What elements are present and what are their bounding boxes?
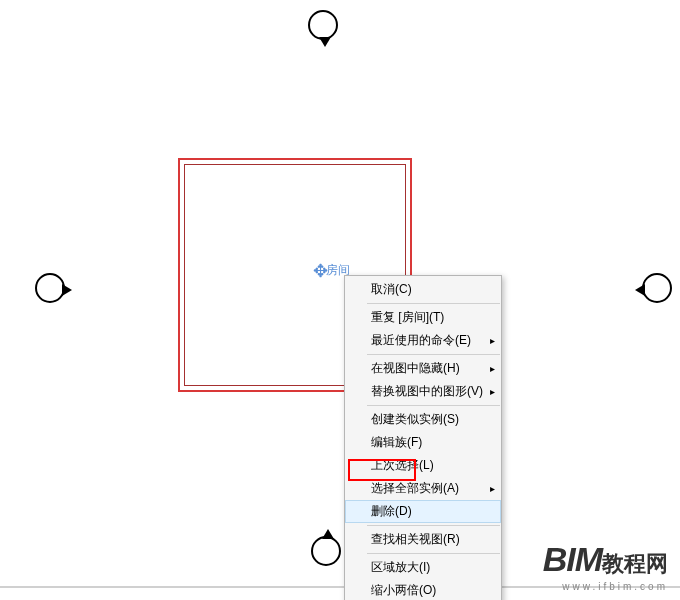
menu-label: 创建类似实例(S): [371, 411, 459, 428]
logo-url: www.ifbim.com: [543, 581, 668, 592]
menu-separator: [367, 303, 500, 304]
menu-separator: [367, 405, 500, 406]
submenu-arrow-icon: ▸: [490, 363, 495, 374]
context-menu: 取消(C) 重复 [房间](T) 最近使用的命令(E)▸ 在视图中隐藏(H)▸ …: [344, 275, 502, 600]
elevation-marker-west[interactable]: [35, 273, 65, 303]
menu-item-lastsel[interactable]: 上次选择(L): [345, 454, 501, 477]
menu-label: 删除(D): [371, 503, 412, 520]
menu-item-zoomout[interactable]: 缩小两倍(O): [345, 579, 501, 600]
watermark-logo: BIM教程网 www.ifbim.com: [543, 540, 668, 592]
menu-item-zoomin[interactable]: 区域放大(I): [345, 556, 501, 579]
elevation-marker-north[interactable]: [308, 10, 338, 40]
menu-item-hide[interactable]: 在视图中隐藏(H)▸: [345, 357, 501, 380]
menu-item-repeat[interactable]: 重复 [房间](T): [345, 306, 501, 329]
menu-item-cancel[interactable]: 取消(C): [345, 278, 501, 301]
menu-label: 编辑族(F): [371, 434, 422, 451]
logo-brand: BIM: [543, 540, 602, 578]
menu-label: 取消(C): [371, 281, 412, 298]
menu-item-editfam[interactable]: 编辑族(F): [345, 431, 501, 454]
menu-item-recent[interactable]: 最近使用的命令(E)▸: [345, 329, 501, 352]
menu-separator: [367, 525, 500, 526]
menu-label: 查找相关视图(R): [371, 531, 460, 548]
menu-label: 替换视图中的图形(V): [371, 383, 483, 400]
menu-label: 在视图中隐藏(H): [371, 360, 460, 377]
elevation-marker-south[interactable]: [311, 536, 341, 566]
menu-label: 上次选择(L): [371, 457, 434, 474]
submenu-arrow-icon: ▸: [490, 483, 495, 494]
drawing-canvas[interactable]: ✥ 房间: [0, 0, 680, 600]
menu-label: 选择全部实例(A): [371, 480, 459, 497]
menu-separator: [367, 553, 500, 554]
menu-item-selall[interactable]: 选择全部实例(A)▸: [345, 477, 501, 500]
menu-label: 重复 [房间](T): [371, 309, 444, 326]
menu-label: 缩小两倍(O): [371, 582, 436, 599]
menu-label: 最近使用的命令(E): [371, 332, 471, 349]
menu-item-delete[interactable]: 删除(D): [345, 500, 501, 523]
submenu-arrow-icon: ▸: [490, 386, 495, 397]
elevation-marker-east[interactable]: [642, 273, 672, 303]
menu-item-findrel[interactable]: 查找相关视图(R): [345, 528, 501, 551]
menu-label: 区域放大(I): [371, 559, 430, 576]
menu-item-override[interactable]: 替换视图中的图形(V)▸: [345, 380, 501, 403]
submenu-arrow-icon: ▸: [490, 335, 495, 346]
menu-item-similar[interactable]: 创建类似实例(S): [345, 408, 501, 431]
menu-separator: [367, 354, 500, 355]
logo-suffix: 教程网: [602, 551, 668, 576]
